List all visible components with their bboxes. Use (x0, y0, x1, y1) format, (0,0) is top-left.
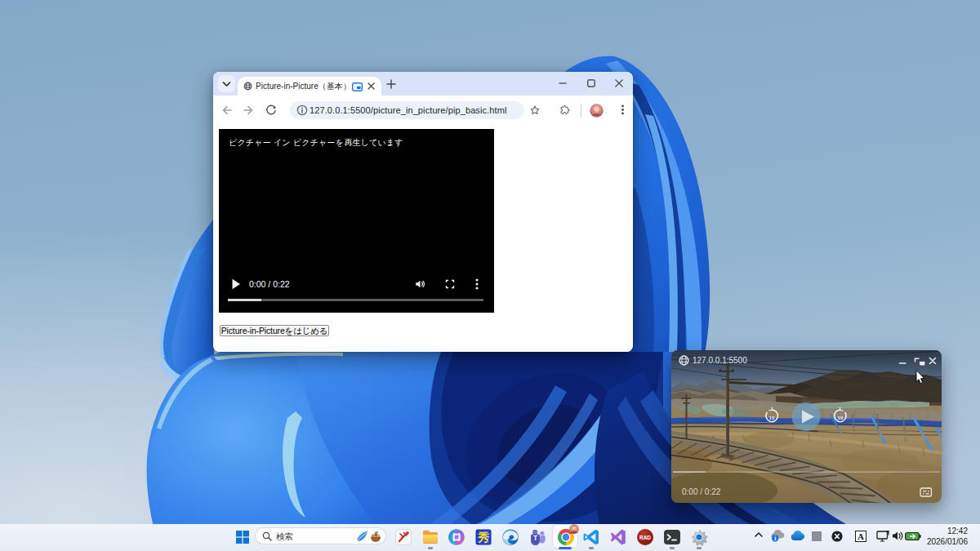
svg-text:0:00 / 0:22: 0:00 / 0:22 (682, 487, 721, 496)
svg-text:T: T (533, 534, 538, 542)
svg-text:A: A (858, 531, 864, 541)
svg-text:RAD: RAD (639, 535, 651, 540)
svg-text:127.0.0.1:5500: 127.0.0.1:5500 (693, 356, 747, 365)
svg-text:10: 10 (769, 415, 775, 420)
svg-text:秀: 秀 (478, 531, 490, 544)
svg-text:10: 10 (838, 415, 844, 420)
svg-text:i: i (774, 535, 776, 542)
